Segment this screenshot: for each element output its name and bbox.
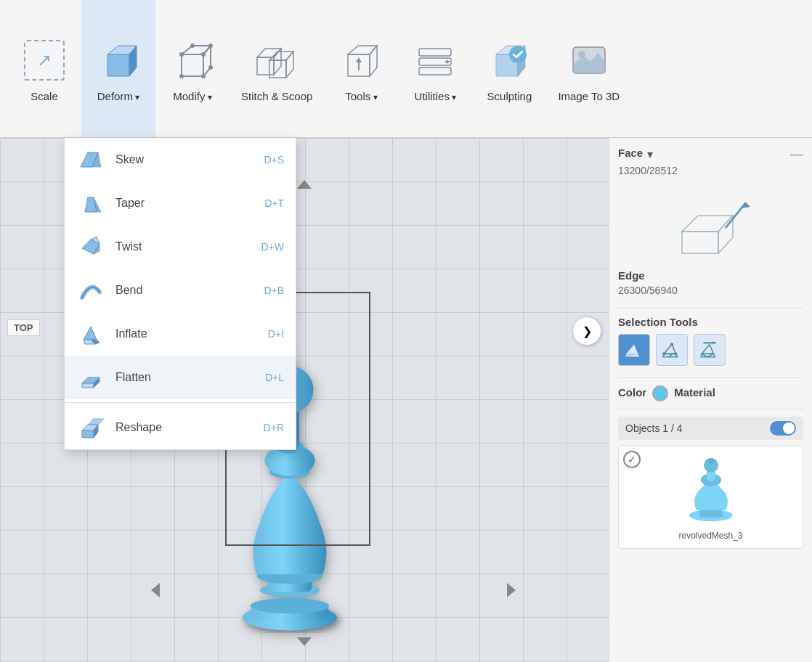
object-name: revolvedMesh_3	[678, 531, 742, 541]
dropdown-item-bend[interactable]: Bend D+B	[65, 269, 296, 312]
svg-marker-69	[297, 180, 312, 189]
stitch-label: Stitch & Scoop	[241, 90, 312, 102]
object-checkmark[interactable]: ✓	[623, 451, 641, 468]
scale-label: Scale	[31, 90, 58, 102]
face-label: Face	[618, 147, 643, 159]
dropdown-item-taper[interactable]: Taper D+T	[65, 181, 296, 225]
sel-tool-third[interactable]	[694, 334, 726, 366]
svg-marker-71	[682, 232, 718, 253]
svg-marker-0	[107, 54, 129, 76]
svg-point-82	[662, 352, 665, 355]
svg-point-10	[190, 44, 195, 48]
svg-marker-21	[370, 46, 377, 76]
svg-point-6	[179, 52, 184, 57]
skew-label: Skew	[115, 153, 264, 166]
svg-rect-26	[419, 68, 451, 75]
dropdown-item-flatten[interactable]: Flatten D+L	[65, 356, 296, 399]
svg-point-32	[509, 46, 527, 63]
svg-marker-3	[182, 54, 203, 76]
svg-point-84	[674, 352, 677, 355]
edge-count: 26300/56940	[618, 285, 803, 296]
utilities-label: Utilities	[415, 90, 457, 102]
panel-divider-2	[618, 377, 803, 378]
flatten-label: Flatten	[115, 371, 265, 384]
dropdown-item-reshape[interactable]: Reshape D+R	[65, 406, 296, 449]
panel-divider-1	[618, 308, 803, 308]
toolbar-item-sculpting[interactable]: Sculpting	[472, 0, 546, 137]
material-label: Material	[674, 386, 715, 399]
expand-panel-button[interactable]: ❯	[572, 316, 601, 346]
dropdown-item-twist[interactable]: Twist D+W	[65, 225, 296, 269]
skew-icon	[76, 145, 105, 174]
sel-tool-solid[interactable]	[618, 334, 650, 366]
svg-marker-79	[664, 344, 675, 354]
arrow-up[interactable]	[293, 174, 315, 199]
tools-icon	[336, 35, 386, 86]
svg-marker-5	[203, 46, 211, 76]
toolbar-item-stitch[interactable]: Stitch & Scoop	[230, 0, 324, 137]
toolbar-item-scale[interactable]: Scale	[7, 0, 81, 137]
arrow-left[interactable]	[145, 579, 167, 604]
twist-label: Twist	[115, 240, 261, 253]
object-thumbnail: ✓ revolvedMesh_3	[618, 446, 803, 549]
svg-marker-70	[297, 637, 312, 646]
stitch-icon	[251, 35, 302, 86]
svg-point-55	[251, 598, 329, 614]
svg-marker-67	[151, 583, 160, 597]
inflate-label: Inflate	[115, 327, 268, 340]
svg-point-11	[208, 44, 213, 48]
flatten-icon	[76, 363, 105, 392]
svg-marker-47	[82, 383, 94, 388]
tools-label: Tools	[345, 90, 377, 102]
svg-point-95	[708, 458, 714, 464]
selection-tools-row	[618, 334, 803, 366]
arrow-right-canvas[interactable]	[500, 579, 521, 604]
toolbar-item-tools[interactable]: Tools	[324, 0, 398, 137]
twist-icon	[76, 232, 105, 261]
toolbar: Scale Deform	[0, 0, 812, 138]
svg-marker-75	[740, 203, 750, 208]
svg-marker-23	[356, 57, 362, 62]
toolbar-item-utilities[interactable]: Utilities	[398, 0, 472, 137]
color-dot[interactable]	[652, 385, 668, 401]
svg-marker-15	[274, 49, 281, 75]
bend-label: Bend	[115, 284, 264, 297]
dropdown-item-skew[interactable]: Skew D+S	[65, 138, 296, 181]
reshape-shortcut: D+R	[264, 422, 284, 433]
sel-tool-wire[interactable]	[656, 334, 688, 366]
svg-point-12	[208, 65, 213, 70]
svg-point-9	[201, 74, 206, 78]
bend-shortcut: D+B	[264, 285, 284, 296]
svg-marker-52	[88, 419, 104, 425]
right-panel: Face ▾ — 13200/28512 Edge 26300/56940 Se…	[609, 138, 812, 662]
svg-point-7	[201, 52, 206, 57]
reshape-label: Reshape	[115, 421, 264, 434]
arrow-down[interactable]	[293, 630, 315, 655]
objects-toggle[interactable]	[770, 421, 796, 436]
deform-dropdown: Skew D+S Taper D+T Twist D+W	[64, 138, 296, 450]
selection-tools-label: Selection Tools	[618, 316, 803, 328]
svg-point-83	[670, 343, 673, 346]
svg-marker-28	[447, 60, 450, 64]
toolbar-item-image3d[interactable]: Image To 3D	[546, 0, 631, 137]
utilities-icon	[410, 35, 460, 86]
dropdown-item-inflate[interactable]: Inflate D+I	[65, 312, 296, 356]
face-dropdown-arrow[interactable]: ▾	[647, 147, 653, 161]
svg-marker-89	[712, 341, 715, 344]
toolbar-item-deform[interactable]: Deform	[81, 0, 155, 137]
svg-marker-85	[702, 344, 713, 354]
objects-count: Objects 1 / 4	[625, 422, 683, 434]
inflate-shortcut: D+I	[268, 328, 284, 340]
cube-thumbnail-area	[618, 188, 803, 261]
color-row: Color Material	[618, 385, 803, 401]
sculpting-icon	[484, 35, 535, 86]
svg-marker-49	[82, 430, 94, 438]
svg-point-8	[179, 74, 184, 78]
deform-icon	[93, 35, 144, 86]
twist-shortcut: D+W	[261, 241, 285, 253]
toolbar-item-modify[interactable]: Modify	[155, 0, 230, 137]
face-select-row: Face ▾ —	[618, 147, 803, 162]
reshape-icon	[76, 413, 105, 442]
svg-marker-76	[626, 344, 638, 354]
edge-label: Edge	[618, 269, 803, 282]
